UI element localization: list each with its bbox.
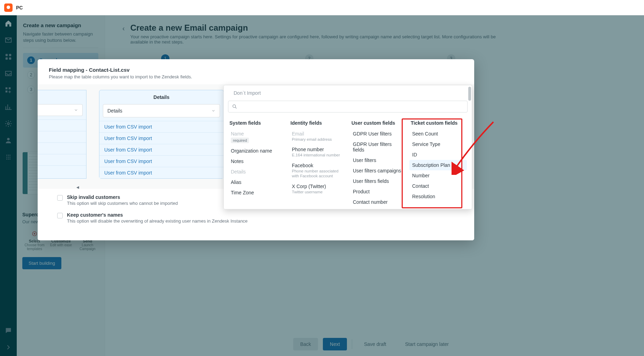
field-facebook[interactable]: Facebook Phone number associated with Fa… <box>289 160 347 181</box>
column-row[interactable]: User from CSV import <box>99 155 223 167</box>
field-subscription-plan[interactable]: Subscription Plan <box>409 160 467 170</box>
field-email: Email Primary email address <box>289 129 347 144</box>
option-desc: This option will disable the overwriting… <box>67 218 248 224</box>
field-contact[interactable]: Contact <box>409 181 467 191</box>
popover-scrollbar[interactable] <box>468 87 471 208</box>
scroll-left-icon[interactable]: ◀ <box>75 185 80 189</box>
field-contact-number[interactable]: Contact number <box>350 197 406 207</box>
field-user-filters[interactable]: User filters <box>350 155 406 165</box>
popover-col-usercustom: User custom fields GDPR User filters GDP… <box>350 117 406 206</box>
column-card <box>38 90 86 179</box>
field-details: Details <box>228 167 286 177</box>
dont-import-option[interactable]: Don`t Import <box>224 85 472 101</box>
col-title: System fields <box>228 117 286 129</box>
field-timezone[interactable]: Time Zone <box>228 187 286 198</box>
field-seen-count[interactable]: Seen Count <box>409 129 467 139</box>
option-title: Keep customer's names <box>67 212 248 218</box>
field-product[interactable]: Product <box>350 186 406 197</box>
field-id[interactable]: ID <box>409 149 467 160</box>
field-gdpr-user-filters-fields[interactable]: GDPR User filters fields <box>350 139 406 155</box>
option-title: Skip invalid customers <box>67 194 178 200</box>
topbar: PC <box>0 0 644 15</box>
field-notes[interactable]: Notes <box>228 156 286 167</box>
field-gdpr-user-filters[interactable]: GDPR User filters <box>350 129 406 139</box>
column-select[interactable] <box>38 104 83 116</box>
popover-col-system: System fields Name required Organization… <box>228 117 286 206</box>
col-title: Ticket custom fields <box>409 117 467 129</box>
column-row[interactable]: User from CSV import <box>99 121 223 132</box>
option-keep-names[interactable]: Keep customer's names This option will d… <box>57 212 460 224</box>
field-twitter[interactable]: X Corp (Twitter) Twitter username <box>289 181 347 197</box>
app-title: PC <box>16 5 23 10</box>
column-row[interactable]: User from CSV import <box>99 144 223 155</box>
modal-subtitle: Please map the table columns you want to… <box>49 74 463 79</box>
chevron-down-icon <box>211 109 215 113</box>
field-phone[interactable]: Phone number E.164 international number <box>289 144 347 160</box>
scroll-thumb[interactable] <box>468 87 471 101</box>
app-logo-icon <box>4 3 13 12</box>
field-resolution[interactable]: Resolution <box>409 191 467 202</box>
column-header: Details <box>99 90 223 104</box>
column-card-details: Details Details User from CSV import Use… <box>99 90 224 179</box>
field-number[interactable]: Number <box>409 170 467 181</box>
option-desc: This option will skip customers who cann… <box>67 201 178 206</box>
field-user-filters-campaigns[interactable]: User filters campaigns <box>350 165 406 176</box>
popover-col-ticketcustom: Ticket custom fields Seen Count Service … <box>409 117 467 206</box>
column-row[interactable]: User from CSV import <box>99 132 223 144</box>
field-name: Name required <box>228 129 286 146</box>
popover-col-identity: Identity fields Email Primary email addr… <box>289 117 347 206</box>
checkbox[interactable] <box>57 213 63 218</box>
field-organization-name[interactable]: Organization name <box>228 146 286 156</box>
column-row[interactable]: User from CSV import <box>99 167 223 178</box>
svg-point-20 <box>233 105 236 108</box>
search-input[interactable] <box>240 104 464 109</box>
popover-search[interactable] <box>228 101 468 113</box>
search-icon <box>232 104 237 109</box>
checkbox[interactable] <box>57 195 63 201</box>
field-user-filters-fields[interactable]: User filters fields <box>350 176 406 186</box>
field-select-popover: Don`t Import System fields Name required… <box>223 85 472 209</box>
field-service-type[interactable]: Service Type <box>409 139 467 149</box>
field-alias[interactable]: Alias <box>228 177 286 187</box>
col-title: User custom fields <box>350 117 406 129</box>
col-title: Identity fields <box>289 117 347 129</box>
modal-title: Field mapping - Contact-List.csv <box>49 67 463 73</box>
chevron-down-icon <box>74 108 78 112</box>
column-select-details[interactable]: Details <box>103 104 220 117</box>
